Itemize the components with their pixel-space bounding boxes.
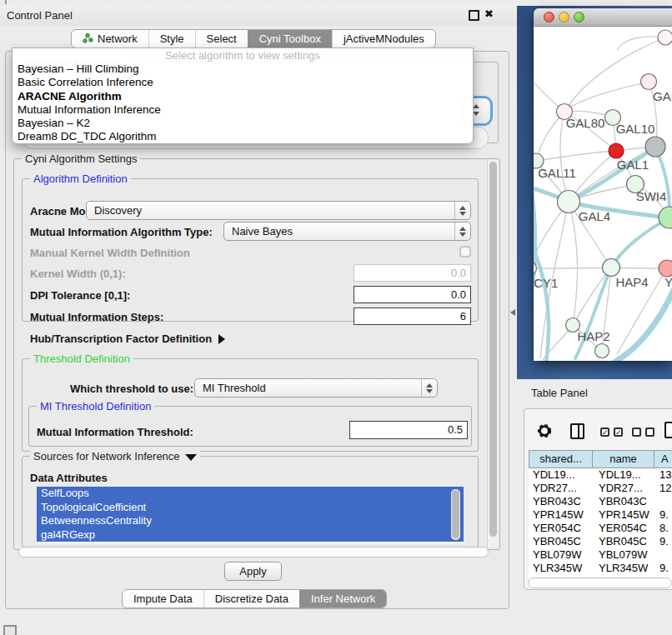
close-panel-icon[interactable]: ✖ [484, 8, 494, 20]
algorithm-dropdown-popup: Select algorithm to view settings Bayesi… [12, 48, 474, 144]
minimize-window-icon[interactable] [559, 12, 569, 22]
node-bottom[interactable] [595, 344, 609, 358]
node-label: GAL11 [538, 166, 576, 180]
tab-select[interactable]: Select [195, 30, 248, 48]
table-row[interactable]: YDR27...YDR27...12 [529, 482, 672, 495]
table-row[interactable]: YPR145WYPR145W9. [529, 508, 672, 522]
control-panel-title: Control Panel [7, 9, 73, 22]
tab-jactivemnodules[interactable]: jActiveMNodules [332, 30, 435, 48]
network-window-titlebar[interactable] [534, 8, 672, 27]
select-all-checkbox-icon[interactable]: ✓ [600, 428, 609, 437]
column-header-third[interactable]: A [654, 450, 672, 468]
node-label: HAP4 [615, 275, 648, 289]
network-graph-icon [83, 32, 93, 46]
column-header-name[interactable]: name [592, 450, 654, 468]
top-edge-fragment [5, 0, 7, 4]
node-label: GAL4 [579, 209, 610, 223]
tab-network-label: Network [98, 32, 138, 45]
node-label: GAL1 [617, 158, 649, 172]
node-gal[interactable] [641, 74, 657, 90]
apply-button[interactable]: Apply [224, 562, 282, 581]
mi-threshold-title: MI Threshold Definition [37, 400, 154, 412]
algorithm-option-basic-correlation[interactable]: Basic Correlation Inference [13, 76, 473, 89]
algorithm-option-mutual-information[interactable]: Mutual Information Inference [13, 103, 473, 117]
data-attributes-label: Data Attributes [30, 472, 108, 484]
tab-network[interactable]: Network [72, 30, 148, 48]
algorithm-option-aracne[interactable]: ARACNE Algorithm [13, 90, 473, 103]
settings-scrollbar-thumb[interactable] [489, 162, 497, 537]
app-root: Control Panel ✖ Network Style Select Cyn… [0, 0, 672, 635]
node-swi4[interactable] [659, 207, 672, 228]
node-red[interactable] [609, 143, 624, 158]
list-item-betweennesscentrality[interactable]: BetweennessCentrality [37, 514, 464, 528]
kernel-width-label: Kernel Width (0,1): [30, 268, 126, 280]
combo-stepper-icon [421, 379, 437, 397]
aracne-mode-combo[interactable]: Discovery [86, 201, 471, 220]
tab-cyni-toolbox[interactable]: Cyni Toolbox [248, 30, 332, 48]
select-all-checkbox-icon[interactable]: ✓ [614, 428, 623, 437]
threshold-definition-title: Threshold Definition [30, 352, 133, 365]
algorithm-placeholder: Select algorithm to view settings [13, 48, 473, 62]
which-threshold-combo[interactable]: MI Threshold [194, 378, 438, 398]
table-horizontal-scrollbar[interactable] [528, 578, 672, 588]
node-gal4[interactable] [558, 191, 580, 213]
expanded-arrow-icon [185, 454, 197, 461]
column-header-shared-name[interactable]: shared... [529, 450, 593, 468]
kernel-width-field[interactable]: 0.0 [354, 264, 471, 282]
list-item-gal4rgexp[interactable]: gal4RGexp [37, 528, 464, 542]
tab-style[interactable]: Style [148, 30, 195, 48]
sources-toggle[interactable]: Sources for Network Inference [30, 450, 200, 462]
tab-impute-data[interactable]: Impute Data [123, 590, 203, 608]
column-view-icon[interactable] [570, 423, 584, 439]
node-gray[interactable] [645, 137, 665, 157]
cyni-settings-title: Cyni Algorithm Settings [22, 152, 140, 165]
dpi-tolerance-label: DPI Tolerance [0,1]: [30, 289, 130, 302]
node-y[interactable] [659, 260, 672, 277]
table-row[interactable]: YER054CYER054C8. [529, 522, 672, 535]
collapsed-arrow-icon [218, 334, 225, 344]
node-label: HAP2 [577, 329, 609, 343]
gear-icon[interactable] [536, 422, 553, 442]
algorithm-option-dream8[interactable]: Dream8 DC_TDC Algorithm [13, 130, 473, 143]
node-label: GAL80 [566, 116, 605, 130]
node-top[interactable] [658, 30, 672, 45]
bottom-left-widget[interactable] [3, 625, 17, 635]
list-scrollbar-thumb[interactable] [452, 490, 459, 538]
dpi-tolerance-field[interactable]: 0.0 [354, 286, 471, 303]
close-window-icon[interactable] [544, 12, 554, 22]
table-row[interactable]: YBR045CYBR045C9. [529, 535, 672, 548]
hub-definition-toggle[interactable]: Hub/Transcription Factor Definition [30, 331, 225, 346]
list-item-selfloops[interactable]: SelfLoops [37, 487, 464, 501]
tab-discretize-data[interactable]: Discretize Data [203, 590, 299, 608]
algorithm-definition-title: Algorithm Definition [30, 172, 131, 185]
table-row[interactable]: YBR043CYBR043C [529, 495, 672, 508]
panel-collapse-arrow[interactable] [510, 309, 515, 316]
data-attributes-list: SelfLoops TopologicalCoefficient Between… [37, 487, 464, 543]
mi-type-combo[interactable]: Naive Bayes [223, 222, 471, 241]
table-row[interactable]: YLR345WYLR345W9. [529, 562, 672, 575]
table-row[interactable]: YDL19...YDL19...13 [529, 468, 672, 482]
horizontal-scrollbar[interactable] [18, 547, 489, 558]
deselect-all-checkbox-icon[interactable] [645, 428, 654, 437]
settings-scrollbar[interactable] [487, 159, 498, 548]
network-edges-teal [534, 125, 672, 361]
network-view-window: GAL GAL80 GAL10 GAL1 GAL11 SWI4 GAL4 GCY… [534, 8, 672, 361]
algorithm-option-bayesian-k2[interactable]: Bayesian – K2 [13, 117, 473, 130]
mi-steps-field[interactable]: 6 [354, 308, 471, 325]
which-threshold-label: Which threshold to use: [70, 382, 193, 395]
mi-threshold-field[interactable]: 0.5 [349, 421, 468, 439]
tab-infer-network[interactable]: Infer Network [299, 590, 386, 608]
table-row[interactable]: YBL079WYBL079W [529, 548, 672, 562]
algorithm-option-bayesian-hill[interactable]: Bayesian – Hill Climbing [13, 62, 473, 76]
document-icon[interactable] [664, 422, 672, 438]
deselect-all-checkbox-icon[interactable] [632, 428, 641, 437]
network-canvas[interactable]: GAL GAL80 GAL10 GAL1 GAL11 SWI4 GAL4 GCY… [534, 27, 672, 361]
zoom-window-icon[interactable] [574, 12, 584, 22]
node-hap4[interactable] [603, 259, 620, 277]
node-label: Y [664, 275, 672, 289]
list-item-topologicalcoefficient[interactable]: TopologicalCoefficient [37, 501, 464, 515]
list-scrollbar[interactable] [451, 489, 460, 540]
node-label: SWI4 [636, 189, 667, 203]
float-panel-icon[interactable] [469, 10, 479, 21]
manual-kernel-checkbox[interactable] [459, 246, 471, 258]
